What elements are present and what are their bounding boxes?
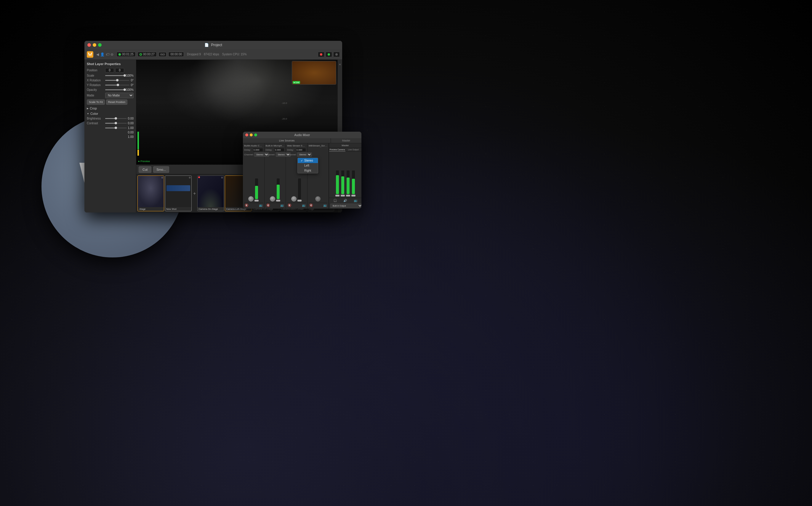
streaming-status: 00:01:25 — [117, 52, 136, 57]
channel-3-fader-track[interactable] — [298, 178, 301, 199]
master-tab[interactable]: Master — [331, 138, 361, 143]
scale-label: Scale — [87, 74, 104, 77]
channel-1-delay-input[interactable] — [253, 148, 263, 152]
channel-1-knob[interactable] — [248, 196, 254, 201]
position-y-input[interactable] — [115, 68, 124, 73]
channel-2-fader-track[interactable] — [277, 178, 280, 199]
channel-1-fader-knob[interactable] — [255, 200, 259, 201]
audio-traffic-lights — [245, 134, 257, 137]
dropdown-right[interactable]: ✓Right — [298, 168, 318, 173]
toolbar-right-buttons — [318, 52, 340, 57]
y-rotation-row: Y Rotation 0° — [87, 83, 134, 87]
scale-slider[interactable] — [105, 74, 125, 77]
rec-button-dark[interactable] — [333, 52, 340, 57]
channel-1-mute-button[interactable]: 🔇 — [245, 203, 248, 207]
channel-4-monitor-button[interactable]: 📺 — [323, 203, 327, 207]
channel-2-mute-button[interactable]: 🔇 — [266, 203, 270, 207]
crop-section-header[interactable]: ▶ Crop — [87, 106, 134, 110]
smooth-button[interactable]: Smo... — [153, 166, 169, 173]
audio-close-button[interactable] — [245, 134, 248, 137]
matte-select[interactable]: No Matte — [105, 93, 134, 98]
channel-4-mute-button[interactable]: 🔇 — [309, 203, 313, 207]
master-live-track[interactable] — [341, 170, 344, 194]
channel-1-monitor-button[interactable]: 📺 — [259, 203, 263, 207]
master-preview-knob[interactable] — [335, 195, 339, 196]
channel-1-fader-track[interactable] — [255, 178, 258, 199]
output-select[interactable]: Built-In Output — [330, 203, 361, 208]
master-extra-fader-2 — [351, 170, 355, 196]
audio-window-title: Audio Mixer — [294, 134, 310, 137]
y-rotation-slider[interactable] — [105, 83, 129, 87]
shot-item-left-stage-active[interactable]: -Stage ⚙ — [137, 175, 164, 211]
opacity-slider[interactable] — [105, 88, 125, 91]
channel-2-monitor-button[interactable]: 📺 — [280, 203, 284, 207]
cut-button[interactable]: Cut — [139, 166, 151, 173]
channel-2-knob[interactable] — [270, 196, 275, 201]
audio-fullscreen-button[interactable] — [254, 134, 257, 137]
master-headphone-button[interactable]: 🎧 — [333, 199, 337, 202]
channel-4-knob[interactable] — [315, 196, 321, 201]
new-shot-bar — [166, 185, 190, 191]
master-extra-fader-1 — [346, 170, 350, 196]
channel-3-knob[interactable] — [291, 196, 296, 201]
dropdown-stereo[interactable]: ✓Stereo — [298, 158, 318, 163]
preview-thumbnail: ● Live — [292, 61, 336, 85]
channel-2-title: Built-in Microphone Audio — [266, 144, 285, 147]
audio-minimize-button[interactable] — [250, 134, 253, 137]
dropdown-left[interactable]: ✓Left — [298, 163, 318, 168]
audio-bar-med — [137, 150, 139, 156]
live-output-tab[interactable]: Live Output — [345, 148, 362, 152]
channel-3-mute-button[interactable]: 🔇 — [288, 203, 291, 207]
minimize-button[interactable] — [93, 43, 96, 47]
tag-icon[interactable]: 🏷 — [106, 53, 109, 57]
val1-slider[interactable] — [105, 126, 127, 130]
channel-3-delay-input[interactable] — [296, 148, 306, 152]
streaming-time: 00:01:25 — [122, 53, 134, 56]
channel-3-monitor-button[interactable]: 📺 — [302, 203, 306, 207]
master-live-fill — [341, 176, 344, 194]
contrast-slider[interactable] — [105, 121, 127, 125]
close-button[interactable] — [87, 43, 91, 47]
channel-3-channel-label: Channel: — [287, 153, 296, 156]
new-shot-gear-icon[interactable]: ⚙ — [189, 176, 191, 179]
color-section-header[interactable]: ▼ Color — [87, 112, 134, 115]
channel-2-delay-input[interactable] — [274, 148, 284, 152]
audio-channel-2: Built-in Microphone Audio Delay: Channel… — [265, 143, 286, 208]
channel-3-channel-select[interactable]: StereoLeftRight — [297, 152, 312, 157]
iso-time-value: 00:00:00 — [171, 53, 182, 56]
db-high-label: -10.0 — [282, 102, 287, 104]
add-shot-button[interactable]: + — [193, 191, 196, 196]
preview-camera-tab[interactable]: Preview Camera — [329, 148, 345, 152]
master-preview-track[interactable] — [336, 170, 339, 194]
live-sources-tab[interactable]: Live Sources — [243, 138, 331, 143]
fullscreen-button[interactable] — [98, 43, 102, 47]
scale-to-fit-button[interactable]: Scale To Fit — [87, 99, 105, 105]
crop-arrow-icon: ▶ — [87, 107, 88, 110]
master-monitor-button[interactable]: 📺 — [354, 199, 357, 202]
channel-2-fader-knob[interactable] — [276, 200, 280, 201]
master-extra-track-1[interactable] — [347, 170, 350, 194]
position-x-input[interactable] — [105, 68, 114, 73]
reset-position-button[interactable]: Reset Position — [106, 99, 127, 105]
shot-label-on-stage: Camera-On-Stage — [198, 207, 224, 211]
collapse-arrow-icon[interactable]: « — [338, 60, 342, 69]
channel-3-fader-knob[interactable] — [297, 200, 301, 201]
shot-item-new[interactable]: New Shot ⚙ — [165, 175, 192, 211]
back-icon[interactable]: ◀ — [96, 53, 99, 57]
master-extra-knob-2[interactable] — [351, 195, 355, 196]
master-speaker-button[interactable]: 🔊 — [343, 199, 347, 202]
master-live-knob[interactable] — [341, 195, 345, 196]
recording-dot — [140, 53, 142, 56]
people-icon[interactable]: 👤 — [100, 53, 105, 57]
shot-item-on-stage[interactable]: Camera-On-Stage ⚙ — [197, 175, 224, 211]
rec-button-red[interactable] — [318, 52, 324, 57]
x-rotation-slider[interactable] — [105, 78, 129, 82]
master-extra-knob-1[interactable] — [346, 195, 350, 196]
channel-3-delay-row: Delay: — [287, 148, 306, 152]
brightness-slider[interactable] — [105, 116, 127, 120]
rec-button-green[interactable] — [326, 52, 332, 57]
shot-gear-icon[interactable]: ⚙ — [161, 176, 163, 179]
master-extra-track-2[interactable] — [352, 170, 355, 194]
minus-icon[interactable]: ⊖ — [111, 53, 114, 57]
shot-on-stage-gear-icon[interactable]: ⚙ — [221, 176, 223, 179]
